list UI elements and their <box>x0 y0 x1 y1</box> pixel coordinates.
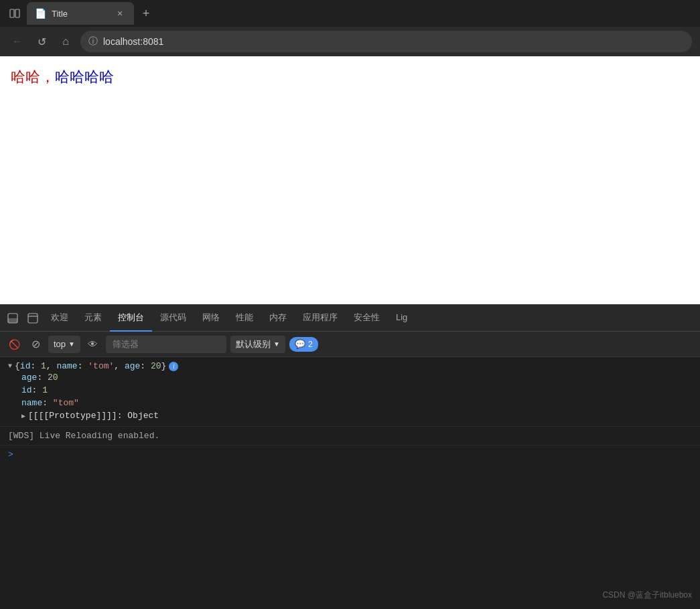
page-text: 哈哈，哈哈哈哈 <box>11 68 114 85</box>
console-prompt[interactable]: > <box>0 446 700 464</box>
message-bubble-icon: 💬 <box>295 339 305 349</box>
watermark: CSDN @蓝盒子itbluebox <box>602 590 692 601</box>
devtools-dock-icon[interactable] <box>3 308 23 328</box>
prop-id-value: 1 <box>42 385 48 395</box>
message-count: 2 <box>308 340 313 349</box>
reload-button[interactable]: ↺ <box>32 32 51 51</box>
prop-name-key: name <box>21 398 42 408</box>
devtools-tab-performance[interactable]: 性能 <box>228 305 261 332</box>
page-content: 哈哈，哈哈哈哈 <box>0 56 700 304</box>
prop-id-key: id <box>21 385 32 395</box>
prototype-label: [[[[Prototype]]]]: Object <box>28 411 159 421</box>
prototype-line[interactable]: ▶ [[[[Prototype]]]]: Object <box>21 409 692 422</box>
devtools-panel: 欢迎 元素 控制台 源代码 网络 性能 内存 应用程序 安全性 Lig � <box>0 304 700 609</box>
disable-log-button[interactable]: ⊘ <box>27 336 44 353</box>
devtools-tab-welcome[interactable]: 欢迎 <box>43 305 76 332</box>
prop-name-value: "tom" <box>53 398 79 408</box>
tab-title: Title <box>52 9 109 19</box>
prompt-symbol: > <box>8 450 13 460</box>
address-bar: ← ↺ ⌂ ⓘ localhost:8081 <box>0 27 700 56</box>
prop-name: name: "tom" <box>21 397 692 409</box>
svg-rect-4 <box>28 314 38 323</box>
page-text-part2: 哈哈哈哈 <box>55 68 114 85</box>
svg-rect-1 <box>15 9 19 17</box>
prop-age: age: 20 <box>21 371 692 384</box>
home-button[interactable]: ⌂ <box>56 32 75 51</box>
page-text-part1: 哈哈， <box>11 68 55 85</box>
devtools-tab-elements[interactable]: 元素 <box>76 305 110 332</box>
devtools-tab-bar: 欢迎 元素 控制台 源代码 网络 性能 内存 应用程序 安全性 Lig <box>0 305 700 332</box>
prototype-arrow-icon: ▶ <box>21 412 25 420</box>
sidebar-toggle-icon[interactable] <box>5 4 24 23</box>
live-expression-button[interactable]: 👁 <box>84 336 102 353</box>
tab-bar: 📄 Title × + <box>0 0 700 27</box>
address-text: localhost:8081 <box>103 36 163 47</box>
site-info-icon[interactable]: ⓘ <box>88 36 98 48</box>
prop-age-key: age <box>21 373 37 383</box>
new-tab-button[interactable]: + <box>137 4 155 23</box>
browser-chrome: 📄 Title × + ← ↺ ⌂ ⓘ localhost:8081 <box>0 0 700 56</box>
log-level-selector[interactable]: 默认级别 ▼ <box>230 336 285 353</box>
devtools-tab-lighthouse[interactable]: Lig <box>388 305 415 332</box>
devtools-tab-application[interactable]: 应用程序 <box>295 305 346 332</box>
context-selector[interactable]: top ▼ <box>48 336 80 353</box>
devtools-tab-console[interactable]: 控制台 <box>110 305 152 332</box>
svg-rect-0 <box>10 9 14 17</box>
devtools-tab-network[interactable]: 网络 <box>194 305 228 332</box>
object-display-text: {id: 1, name: 'tom', age: 20} <box>15 361 166 371</box>
context-label: top <box>54 339 66 349</box>
tab-page-icon: 📄 <box>35 8 46 19</box>
devtools-tab-sources[interactable]: 源代码 <box>152 305 194 332</box>
wds-message: [WDS] Live Reloading enabled. <box>8 431 159 441</box>
object-info-icon[interactable]: i <box>169 362 178 371</box>
prop-id: id: 1 <box>21 384 692 397</box>
devtools-toolbar: 🚫 ⊘ top ▼ 👁 默认级别 ▼ 💬 2 <box>0 332 700 357</box>
devtools-inspect-icon[interactable] <box>23 308 43 328</box>
back-button[interactable]: ← <box>8 32 27 51</box>
log-level-dropdown-icon: ▼ <box>273 340 280 348</box>
clear-console-button[interactable]: 🚫 <box>5 336 23 353</box>
object-properties: age: 20 id: 1 name: "tom" ▶ [[[[Prototyp… <box>8 371 692 422</box>
address-input-wrap[interactable]: ⓘ localhost:8081 <box>80 31 692 52</box>
prop-age-value: 20 <box>48 373 58 383</box>
console-wds-entry: [WDS] Live Reloading enabled. <box>0 427 700 446</box>
tab-close-button[interactable]: × <box>114 7 126 19</box>
object-header[interactable]: ▼ {id: 1, name: 'tom', age: 20} i <box>8 361 692 371</box>
filter-input[interactable] <box>106 336 226 353</box>
message-count-badge[interactable]: 💬 2 <box>289 337 318 352</box>
browser-tab[interactable]: 📄 Title × <box>27 2 134 25</box>
devtools-tab-security[interactable]: 安全性 <box>346 305 388 332</box>
expand-arrow-icon: ▼ <box>8 362 12 370</box>
console-object-entry: ▼ {id: 1, name: 'tom', age: 20} i age: 2… <box>0 357 700 427</box>
devtools-console: ▼ {id: 1, name: 'tom', age: 20} i age: 2… <box>0 357 700 609</box>
devtools-tab-memory[interactable]: 内存 <box>261 305 295 332</box>
svg-rect-3 <box>8 318 17 323</box>
log-level-label: 默认级别 <box>236 338 271 350</box>
context-dropdown-icon: ▼ <box>68 340 75 348</box>
